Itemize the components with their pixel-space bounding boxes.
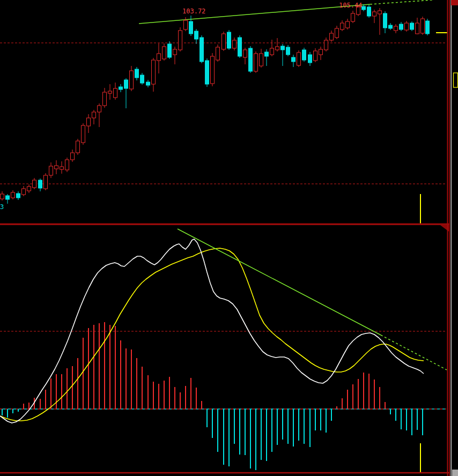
candle-body-up bbox=[243, 50, 247, 57]
candle-body-up bbox=[27, 187, 31, 191]
candle bbox=[373, 10, 376, 23]
candle bbox=[394, 24, 398, 33]
candle-body-down bbox=[367, 7, 371, 16]
candle bbox=[227, 30, 231, 50]
candle-body-up bbox=[416, 23, 419, 34]
macd-panel bbox=[0, 225, 449, 473]
candle-body-up bbox=[324, 40, 328, 50]
price-trendline-solid bbox=[139, 4, 370, 24]
price-panel bbox=[0, 0, 447, 224]
candle-body-up bbox=[330, 33, 334, 40]
candle-body-up bbox=[222, 34, 226, 49]
candle bbox=[297, 50, 301, 67]
candle-body-up bbox=[394, 26, 398, 31]
candle bbox=[270, 40, 274, 56]
price-label-high-2: 105.44 bbox=[339, 2, 362, 9]
candle bbox=[55, 160, 58, 174]
candle bbox=[152, 58, 156, 92]
price-label-left-partial: 3 bbox=[0, 204, 4, 210]
candle bbox=[205, 58, 209, 87]
price-label-high-1: 103.72 bbox=[182, 8, 205, 14]
candle-body-up bbox=[33, 180, 36, 188]
candle bbox=[98, 103, 101, 127]
candle bbox=[179, 27, 182, 51]
candle bbox=[119, 84, 123, 92]
candle-body-down bbox=[302, 50, 306, 60]
candle-body-up bbox=[130, 71, 134, 89]
candle bbox=[87, 114, 91, 133]
candle bbox=[22, 186, 26, 196]
candle bbox=[27, 184, 31, 193]
candle-body-down bbox=[168, 44, 172, 57]
candle bbox=[33, 178, 36, 189]
candle bbox=[141, 73, 144, 85]
candle-body-up bbox=[314, 51, 317, 61]
candle-body-down bbox=[362, 6, 366, 10]
candle bbox=[389, 23, 393, 30]
candle bbox=[421, 17, 425, 35]
candle-body-up bbox=[49, 166, 53, 175]
candle bbox=[222, 32, 226, 51]
candle bbox=[168, 41, 172, 59]
candle bbox=[426, 19, 430, 35]
candle-body-up bbox=[421, 19, 425, 33]
macd-trendline-dashed bbox=[381, 335, 447, 370]
candle-body-down bbox=[292, 57, 296, 62]
candle-body-up bbox=[76, 141, 80, 153]
candle-body-up bbox=[173, 49, 177, 55]
candle-body-up bbox=[71, 153, 75, 160]
candle bbox=[17, 191, 20, 200]
candle-body-up bbox=[55, 166, 58, 169]
candle-body-up bbox=[276, 47, 279, 50]
trading-chart-window: 103.72 105.44 3 bbox=[0, 0, 458, 476]
candle bbox=[330, 31, 334, 42]
candle bbox=[195, 29, 198, 44]
candle bbox=[286, 45, 290, 56]
candle bbox=[130, 66, 134, 91]
macd-histogram bbox=[2, 322, 423, 470]
candle bbox=[416, 18, 419, 34]
candle-body-up bbox=[351, 13, 355, 21]
candle bbox=[211, 53, 215, 86]
candle bbox=[324, 38, 328, 51]
candle-body-up bbox=[11, 192, 15, 198]
candle bbox=[162, 43, 166, 61]
candle-body-up bbox=[157, 54, 161, 61]
candle bbox=[238, 35, 242, 58]
candle bbox=[335, 26, 339, 39]
candle-body-down bbox=[286, 47, 290, 55]
candle bbox=[383, 11, 387, 33]
right-rail-bottom-gray-block bbox=[452, 470, 458, 476]
chart-canvas[interactable] bbox=[0, 0, 458, 476]
candle-body-down bbox=[141, 75, 144, 83]
price-trendline-dashed bbox=[370, 0, 432, 4]
candle bbox=[367, 5, 371, 18]
candle-body-up bbox=[405, 23, 409, 30]
candle bbox=[44, 173, 48, 190]
candle-body-down bbox=[195, 31, 198, 39]
candle-body-down bbox=[281, 46, 285, 50]
candle-body-down bbox=[308, 55, 312, 63]
candle-body-down bbox=[410, 23, 414, 29]
candle-body-down bbox=[383, 13, 387, 28]
candle bbox=[82, 123, 85, 145]
candle-body-up bbox=[373, 12, 376, 16]
candle bbox=[60, 161, 64, 174]
candle-body-up bbox=[44, 175, 48, 189]
candle-body-down bbox=[39, 180, 42, 188]
candle bbox=[200, 35, 204, 63]
candle bbox=[281, 44, 285, 66]
candle bbox=[319, 47, 323, 60]
candle-body-down bbox=[124, 80, 128, 88]
candle-body-up bbox=[335, 28, 339, 38]
panel-divider[interactable] bbox=[0, 224, 449, 232]
candle bbox=[341, 20, 344, 31]
candle bbox=[276, 38, 279, 51]
candle bbox=[157, 43, 161, 73]
right-rail-top-red-block bbox=[451, 0, 458, 5]
candle-body-up bbox=[87, 118, 91, 126]
candle-body-up bbox=[92, 112, 96, 118]
candle bbox=[76, 139, 80, 155]
candle-body-up bbox=[260, 54, 263, 66]
candle-body-down bbox=[146, 82, 150, 85]
